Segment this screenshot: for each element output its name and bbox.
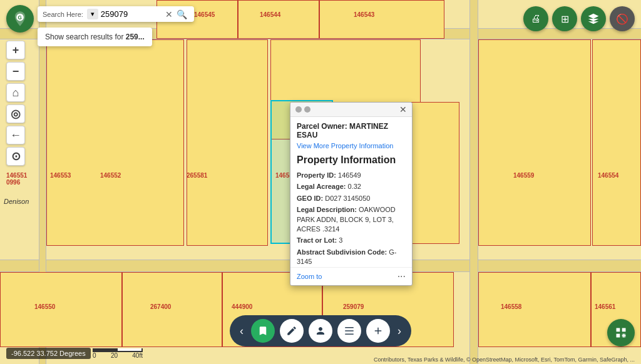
info-abstract-code: Abstract Subdivision Code: G-3145 <box>297 248 406 267</box>
parcel-owner: Parcel Owner: MARTINEZ ESAU <box>297 122 406 139</box>
more-options-button[interactable]: ··· <box>397 271 406 282</box>
parcel-block <box>592 39 641 246</box>
search-suggestion-text: 259... <box>126 33 145 41</box>
city-label: Denison <box>4 198 29 205</box>
svg-rect-5 <box>617 328 620 332</box>
grid-button[interactable]: ⊞ <box>552 6 577 31</box>
info-legal-description: Legal Description: OAKWOOD PARK ADDN, BL… <box>297 205 406 234</box>
print-button[interactable]: 🖨 <box>523 6 548 31</box>
scale-bar: 0 20 40ft <box>93 348 143 359</box>
popup-footer: Zoom to ··· <box>290 267 412 285</box>
svg-rect-6 <box>622 328 626 332</box>
parcel-bottom <box>0 272 122 347</box>
popup-header: ✕ <box>290 103 412 117</box>
back-button[interactable]: ← <box>6 126 25 144</box>
search-clear-button[interactable]: ✕ <box>163 9 175 19</box>
parcel-top <box>319 0 444 39</box>
search-bar: Search Here: ▾ ✕ 🔍 <box>38 6 194 22</box>
search-label: Search Here: <box>43 11 83 18</box>
bottom-right-button[interactable] <box>607 319 635 346</box>
popup-dot-1 <box>295 106 302 113</box>
road-v-right <box>469 0 478 364</box>
map-attribution: Contributors, Texas Parks & Wildlife, © … <box>374 356 635 363</box>
svg-rect-4 <box>345 334 354 335</box>
popup-panel: ✕ Parcel Owner: MARTINEZ ESAU View More … <box>290 102 413 286</box>
popup-body: Parcel Owner: MARTINEZ ESAU View More Pr… <box>290 117 412 267</box>
search-input[interactable] <box>101 9 163 19</box>
svg-rect-3 <box>345 330 354 331</box>
top-right-buttons: 🖨 ⊞ 🚫 <box>523 6 635 31</box>
popup-close-button[interactable]: ✕ <box>399 105 407 114</box>
parcel-block <box>478 39 591 246</box>
bookmark-button[interactable] <box>251 319 275 343</box>
info-tract-lot: Tract or Lot: 3 <box>297 236 406 245</box>
svg-rect-2 <box>345 327 354 328</box>
scale-labels: 0 20 40ft <box>93 352 143 359</box>
zoom-to-link[interactable]: Zoom to <box>297 273 322 280</box>
home-button[interactable]: ⌂ <box>6 83 25 102</box>
zoom-in-button[interactable]: + <box>6 41 25 59</box>
scale-label-40: 40ft <box>132 352 143 359</box>
bottom-toolbar: ‹ › <box>230 315 411 346</box>
parcel-bottom <box>478 272 591 347</box>
edit-button[interactable] <box>280 319 304 343</box>
app-icon[interactable]: G <box>6 5 34 33</box>
coordinates-bar: -96.522 33.752 Degrees <box>6 348 91 359</box>
info-property-id: Property ID: 146549 <box>297 171 406 180</box>
parcel-block <box>46 39 184 246</box>
coordinates-text: -96.522 33.752 Degrees <box>11 350 86 357</box>
more-button[interactable]: ⊙ <box>6 147 25 166</box>
map-controls: + − ⌂ ◎ ← ⊙ <box>6 41 25 166</box>
toolbar-prev-button[interactable]: ‹ <box>237 322 246 340</box>
popup-header-left <box>295 106 310 113</box>
parcel-block <box>187 39 268 246</box>
layer-toggle-button[interactable] <box>337 319 361 343</box>
layers-button[interactable] <box>581 6 606 31</box>
disable-button[interactable]: 🚫 <box>610 6 635 31</box>
info-geo-id: GEO ID: D027 3145050 <box>297 194 406 203</box>
zoom-out-button[interactable]: − <box>6 62 25 81</box>
map-container[interactable]: 146545 146544 146543 1465510996 146553 1… <box>0 0 641 364</box>
svg-rect-7 <box>617 334 620 338</box>
search-dropdown-button[interactable]: ▾ <box>87 9 98 19</box>
parcel-bottom <box>122 272 222 347</box>
svg-text:G: G <box>18 15 22 21</box>
add-button[interactable] <box>366 319 390 343</box>
scale-label-0: 0 <box>93 352 96 359</box>
parcel-owner-label: Parcel Owner: <box>297 122 347 131</box>
scale-label-20: 20 <box>111 352 118 359</box>
info-legal-acreage: Legal Acreage: 0.32 <box>297 182 406 191</box>
parcel-label: 1465510996 <box>6 172 27 186</box>
view-more-link[interactable]: View More Property Information <box>297 142 406 149</box>
property-info-title: Property Information <box>297 154 406 166</box>
toolbar-next-button[interactable]: › <box>395 322 404 340</box>
locate-button[interactable]: ◎ <box>6 104 25 123</box>
user-button[interactable] <box>309 319 332 343</box>
parcel-top <box>238 0 319 39</box>
popup-dot-2 <box>304 106 310 113</box>
search-suggestion[interactable]: Show search results for 259... <box>38 28 152 46</box>
search-go-button[interactable]: 🔍 <box>175 9 189 19</box>
